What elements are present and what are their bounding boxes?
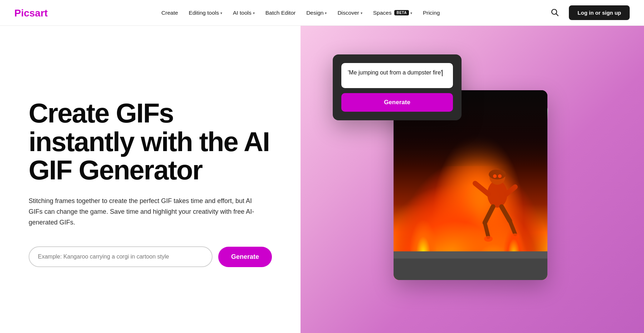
svg-line-11	[510, 221, 515, 234]
login-button[interactable]: Log in or sign up	[569, 5, 630, 20]
svg-text:Picsart: Picsart	[14, 8, 48, 19]
nav-item-spaces[interactable]: Spaces BETA ▾	[369, 7, 416, 19]
nav-links: Create Editing tools ▾ AI tools ▾ Batch …	[157, 7, 444, 19]
prompt-text: 'Me jumping out from a dumpster fire'	[348, 69, 442, 76]
svg-point-14	[484, 236, 493, 242]
hero-section: Create GIFs instantly with the AI GIF Ge…	[0, 26, 644, 333]
chevron-icon: ▾	[325, 11, 327, 15]
prompt-card: 'Me jumping out from a dumpster fire' Ge…	[333, 54, 462, 120]
nav-item-ai-tools[interactable]: AI tools ▾	[229, 7, 259, 19]
hero-input-row: Generate	[29, 246, 272, 267]
svg-line-9	[485, 223, 488, 237]
mockup-container: 'Me jumping out from a dumpster fire' Ge…	[322, 44, 565, 294]
beta-badge: BETA	[394, 10, 409, 15]
svg-line-8	[485, 207, 493, 223]
nav-item-design[interactable]: Design ▾	[302, 7, 331, 19]
svg-line-2	[556, 14, 558, 16]
cursor	[442, 70, 443, 76]
prompt-input-box: 'Me jumping out from a dumpster fire'	[341, 63, 453, 88]
chevron-icon: ▾	[410, 11, 412, 15]
prompt-generate-button[interactable]: Generate	[341, 93, 453, 112]
hero-title: Create GIFs instantly with the AI GIF Ge…	[29, 99, 272, 184]
svg-line-7	[506, 187, 515, 194]
navbar: Picsart Create Editing tools ▾ AI tools …	[0, 0, 644, 26]
svg-point-13	[498, 174, 502, 178]
svg-line-10	[502, 207, 510, 221]
hero-left: Create GIFs instantly with the AI GIF Ge…	[0, 26, 301, 333]
chevron-icon: ▾	[220, 11, 222, 15]
hero-description: Stitching frames together to create the …	[29, 196, 258, 228]
svg-point-12	[493, 174, 497, 178]
hero-right: 'Me jumping out from a dumpster fire' Ge…	[301, 26, 644, 333]
nav-item-pricing[interactable]: Pricing	[419, 7, 444, 19]
chevron-icon: ▾	[253, 11, 255, 15]
svg-point-5	[489, 169, 506, 179]
nav-item-editing-tools[interactable]: Editing tools ▾	[185, 7, 226, 19]
logo[interactable]: Picsart	[14, 6, 54, 19]
nav-item-batch-editor[interactable]: Batch Editor	[261, 7, 300, 19]
prompt-input[interactable]	[29, 246, 213, 267]
chevron-icon: ▾	[361, 11, 362, 15]
generate-button[interactable]: Generate	[218, 247, 272, 267]
nav-item-discover[interactable]: Discover ▾	[333, 7, 366, 19]
svg-point-15	[511, 233, 519, 239]
nav-item-create[interactable]: Create	[157, 7, 182, 19]
search-button[interactable]	[547, 5, 562, 20]
svg-line-6	[475, 183, 488, 194]
nav-right: Log in or sign up	[547, 5, 630, 20]
